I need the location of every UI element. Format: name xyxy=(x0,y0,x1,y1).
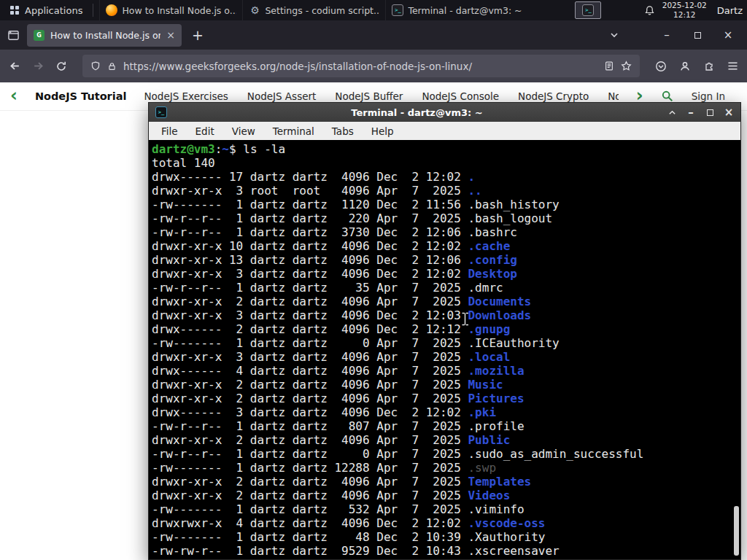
file-name: Documents xyxy=(468,295,531,308)
search-icon[interactable] xyxy=(661,90,674,103)
terminal-listing-row: drwxr-xr-x 3 root root 4096 Apr 7 2025 .… xyxy=(152,184,740,198)
nav-item-nodejs-assert[interactable]: NodeJS Assert xyxy=(247,90,317,102)
firefox-view-button[interactable] xyxy=(7,29,20,42)
terminal-listing-row: -rw-r--r-- 1 dartz dartz 3730 Dec 2 12:0… xyxy=(152,225,740,239)
settings-gear-icon: ⚙ xyxy=(249,4,260,16)
file-name: .ICEauthority xyxy=(468,336,559,350)
applications-menu-button[interactable]: Applications xyxy=(4,0,87,20)
browser-tab[interactable]: G How to Install Node.js on × xyxy=(27,24,182,47)
file-name: .. xyxy=(468,184,481,198)
prompt-path: ~ xyxy=(222,142,229,156)
terminal-listing-row: -rw-rw-r-- 1 dartz dartz 9529 Dec 2 10:4… xyxy=(152,544,740,558)
user-label: Dartz xyxy=(717,5,743,16)
terminal-maximize-button[interactable] xyxy=(705,109,715,116)
list-tabs-chevron-icon[interactable] xyxy=(610,31,619,39)
file-meta: drwxr-xr-x 2 dartz dartz 4096 Apr 7 2025 xyxy=(152,489,468,502)
browser-maximize-button[interactable] xyxy=(686,32,709,39)
nav-item-nodejs-dns[interactable]: NodeJS DNS xyxy=(608,90,619,102)
nav-item-nodejs-buffer[interactable]: NodeJS Buffer xyxy=(335,90,403,102)
url-bar[interactable]: https://www.geeksforgeeks.org/node-js/in… xyxy=(82,55,640,77)
taskbar-window-title: Terminal - dartz@vm3: ~ xyxy=(408,5,522,16)
taskbar-window-list: How to Install Node.js o...⚙Settings - c… xyxy=(99,0,528,20)
nav-item-nodejs-crypto[interactable]: NodeJS Crypto xyxy=(518,90,589,102)
terminal-scrollbar[interactable] xyxy=(732,140,739,559)
file-name: .dmrc xyxy=(468,281,503,295)
terminal-listing-row: drwx------ 4 dartz dartz 4096 Apr 7 2025… xyxy=(152,364,740,378)
new-tab-button[interactable]: + xyxy=(192,28,204,42)
applications-label: Applications xyxy=(25,5,82,16)
forward-button[interactable] xyxy=(32,60,44,72)
prompt-separator: : xyxy=(215,142,222,156)
nav-scroll-left-icon[interactable]: ‹ xyxy=(10,89,18,103)
extensions-puzzle-icon[interactable] xyxy=(703,61,715,72)
terminal-listing-row: drwxr-xr-x 2 dartz dartz 4096 Apr 7 2025… xyxy=(152,489,740,502)
terminal-menu-file[interactable]: File xyxy=(161,125,178,137)
taskbar-window-button[interactable]: How to Install Node.js o... xyxy=(99,0,242,20)
notification-bell-icon[interactable] xyxy=(644,5,655,16)
account-icon[interactable] xyxy=(679,61,691,72)
file-meta: -rw------- 1 dartz dartz 48 Dec 2 10:39 xyxy=(152,530,468,544)
tracking-shield-icon[interactable] xyxy=(90,61,101,71)
terminal-close-button[interactable]: × xyxy=(724,107,734,118)
terminal-menu-view[interactable]: View xyxy=(232,125,255,137)
clock[interactable]: 2025-12-02 12:12 xyxy=(662,1,707,20)
prompt-symbol: $ xyxy=(229,142,243,156)
reader-view-icon[interactable] xyxy=(604,61,614,71)
tab-title: How to Install Node.js on xyxy=(50,30,160,41)
reload-button[interactable] xyxy=(55,61,67,72)
bookmark-star-icon[interactable] xyxy=(621,61,632,71)
terminal-menu-edit[interactable]: Edit xyxy=(196,125,214,137)
terminal-command: ls -la xyxy=(243,142,285,156)
url-text: https://www.geeksforgeeks.org/node-js/in… xyxy=(123,61,597,72)
file-name: .vscode-oss xyxy=(468,516,545,530)
lock-icon[interactable] xyxy=(107,61,117,71)
file-name: . xyxy=(468,170,475,184)
terminal-shade-button[interactable] xyxy=(667,109,677,117)
terminal-menu-terminal[interactable]: Terminal xyxy=(273,125,314,137)
file-meta: drwx------ 17 dartz dartz 4096 Dec 2 12:… xyxy=(152,170,468,184)
browser-close-button[interactable]: × xyxy=(716,30,740,41)
file-meta: drwxr-xr-x 2 dartz dartz 4096 Apr 7 2025 xyxy=(152,433,468,447)
file-meta: drwxrwxr-x 4 dartz dartz 4096 Dec 2 12:0… xyxy=(152,516,468,530)
file-name: Pictures xyxy=(468,392,524,405)
file-name: .local xyxy=(468,350,510,364)
terminal-output-area[interactable]: dartz@vm3:~$ ls -latotal 140drwx------ 1… xyxy=(149,140,740,559)
terminal-scrollbar-thumb[interactable] xyxy=(734,506,739,556)
active-terminal-indicator-button[interactable]: >_ xyxy=(575,1,601,19)
maximize-icon xyxy=(694,32,701,39)
taskbar-window-button[interactable]: >_Terminal - dartz@vm3: ~ xyxy=(385,0,528,20)
tab-close-icon[interactable]: × xyxy=(166,30,175,40)
nav-scroll-right-icon[interactable]: › xyxy=(636,89,643,103)
terminal-menu-tabs[interactable]: Tabs xyxy=(332,125,354,137)
terminal-listing-row: -rw------- 1 dartz dartz 48 Dec 2 10:39 … xyxy=(152,530,740,544)
file-name: .gnupg xyxy=(468,322,510,336)
nav-items: NodeJS ExercisesNodeJS AssertNodeJS Buff… xyxy=(144,90,618,102)
terminal-minimize-button[interactable]: – xyxy=(686,107,696,118)
file-meta: -rw-r--r-- 1 dartz dartz 807 Apr 7 2025 xyxy=(152,419,468,433)
terminal-titlebar[interactable]: >_ Terminal - dartz@vm3: ~ – × xyxy=(149,103,740,122)
terminal-prompt-line: dartz@vm3:~$ ls -la xyxy=(152,142,740,156)
file-meta: drwxr-xr-x 10 dartz dartz 4096 Dec 2 12:… xyxy=(152,239,468,253)
mouse-text-cursor xyxy=(461,312,469,329)
file-meta: drwxr-xr-x 2 dartz dartz 4096 Apr 7 2025 xyxy=(152,392,468,405)
terminal-window: >_ Terminal - dartz@vm3: ~ – × FileEditV… xyxy=(148,102,741,560)
menu-hamburger-icon[interactable] xyxy=(727,61,738,71)
nav-item-nodejs-exercises[interactable]: NodeJS Exercises xyxy=(144,90,228,102)
nav-item-active[interactable]: NodeJS Tutorial xyxy=(35,90,127,102)
browser-minimize-button[interactable]: – xyxy=(655,30,678,41)
file-name: .bashrc xyxy=(468,225,516,239)
pocket-icon[interactable] xyxy=(655,61,667,72)
panel-separator xyxy=(93,4,93,17)
file-name: .mozilla xyxy=(468,364,524,378)
back-button[interactable] xyxy=(9,60,21,72)
taskbar-window-button[interactable]: ⚙Settings - codium script... xyxy=(242,0,385,20)
nav-item-nodejs-console[interactable]: NodeJS Console xyxy=(422,90,499,102)
file-meta: drwxr-xr-x 3 dartz dartz 4096 Apr 7 2025 xyxy=(152,350,468,364)
file-name: .pki xyxy=(468,405,496,419)
terminal-menubar: FileEditViewTerminalTabsHelp xyxy=(149,122,740,140)
sign-in-button[interactable]: Sign In xyxy=(692,90,725,102)
tab-favicon-icon: G xyxy=(34,30,44,41)
terminal-menu-help[interactable]: Help xyxy=(371,125,394,137)
file-name: .config xyxy=(468,253,516,267)
terminal-listing-row: drwxr-xr-x 3 dartz dartz 4096 Dec 2 12:0… xyxy=(152,267,740,281)
